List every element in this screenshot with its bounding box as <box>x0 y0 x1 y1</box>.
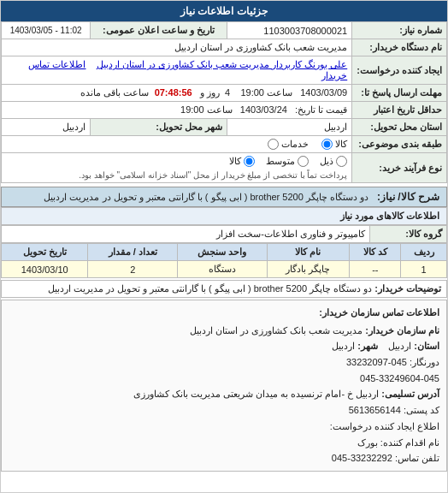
goroh-value: کامپیوتر و فناوری اطلاعات-سخت افزار <box>2 226 370 243</box>
radio-khadamat[interactable]: خدمات <box>268 139 309 150</box>
contact-name-value: مدیریت شعب بانک کشاورزی در استان اردبیل <box>190 325 363 336</box>
hifz-time: 19:00 <box>180 104 204 115</box>
contact-shahr-label: شهر: <box>357 341 378 351</box>
date-label: تاریخ و ساعت اعلان عمومی: <box>91 22 227 39</box>
mohlet-remain: 07:48:56 <box>155 87 192 98</box>
mohlet-value: 1403/03/09 ساعت 19:00 4 روز و 07:48:56 س… <box>2 85 352 102</box>
date-value: 1403/03/05 - 11:02 <box>2 22 91 39</box>
mohlet-time: 19:00 <box>240 87 264 98</box>
contact-tel2: 045-33249604-045 <box>9 371 439 387</box>
sharh-kala-section: شرح کالا/ نیاز: دو دستگاه چاپگر brother … <box>1 187 447 207</box>
goroh-label: گروه کالا: <box>370 226 447 243</box>
cell-tedad: 2 <box>88 261 178 278</box>
contact-title: اطلاعات تماس سازمان خریدار: <box>9 305 439 321</box>
contact-adres: آدرس تسلیمی: اردبیل خ -امام ترنسیده به م… <box>9 386 439 402</box>
radio-mitanasot[interactable]: متوسط <box>266 156 309 167</box>
contact-amel-value: نام اقدام کننده: بورک <box>9 435 439 451</box>
contact-adres-value: اردبیل خ -امام ترنسیده به میدان شریعتی م… <box>133 389 379 399</box>
nav-kharid-label: نوع فرآیند خرید: <box>352 153 447 183</box>
radio-zel-label: ذیل <box>320 156 333 167</box>
contact-ostan-label: استان: <box>414 341 439 351</box>
tozih-label: توضیحات خریدار: <box>374 283 441 294</box>
radio-kala-nav-label: کالا <box>229 156 241 167</box>
radio-mitanasot-input[interactable] <box>298 156 309 167</box>
shmare-niyaz-label: شماره نیاز: <box>352 22 447 39</box>
page-title: جزئیات اطلاعات نیاز <box>1 1 447 21</box>
col-radif: ردیف <box>401 244 447 261</box>
contact-adres-label: آدرس تسلیمی: <box>381 389 439 399</box>
radio-kala-input[interactable] <box>321 139 333 150</box>
tabaghe-value: کالا خدمات <box>2 136 352 153</box>
contact-ostan: استان: اردبیل شهر: اردبیل <box>9 338 439 354</box>
radio-kala-label: کالا <box>335 139 347 150</box>
items-table: ردیف کد کالا نام کالا واحد سنجش تعداد / … <box>1 243 447 278</box>
col-tedad: تعداد / مقدار <box>88 244 178 261</box>
table-row: 1 -- چاپگر بادگار دستگاه 2 1403/03/10 <box>2 261 447 278</box>
hifz-time-label: ساعت <box>207 104 233 115</box>
contact-mobile: تلفن تماس: 33232292-045 <box>9 450 439 466</box>
cell-kod: -- <box>350 261 401 278</box>
tabaghe-label: طبقه بندی موضوعی: <box>352 136 447 153</box>
col-nam: نام کالا <box>267 244 350 261</box>
hifz-value: قیمت تا تاریخ: 1403/03/24 ساعت 19:00 <box>2 102 352 119</box>
shahr-label: شهر محل تحویل: <box>91 119 227 136</box>
goroh-table: گروه کالا: کامپیوتر و فناوری اطلاعات-سخت… <box>1 225 447 243</box>
ijad-link[interactable]: علی یورنگ کاربردار مدیریت شعب بانک کشاور… <box>97 59 348 69</box>
mohlet-day: 4 <box>225 87 230 98</box>
hifz-sub: قیمت تا تاریخ: <box>295 104 347 115</box>
contact-box: اطلاعات تماس سازمان خریدار: نام سازمان خ… <box>1 300 447 472</box>
mohlet-date: 1403/03/09 <box>300 87 347 98</box>
radio-kala[interactable]: کالا <box>321 139 347 150</box>
cell-vahed: دستگاه <box>178 261 267 278</box>
col-vahed: واحد سنجش <box>178 244 267 261</box>
ostan-value: اردبیل <box>227 119 351 136</box>
radio-mitanasot-label: متوسط <box>266 156 295 167</box>
contact-name: نام سازمان خریدار: مدیریت شعب بانک کشاور… <box>9 323 439 339</box>
col-tarikh: تاریخ تحویل <box>2 244 88 261</box>
hifz-label: حداقل تاریخ اعتبار <box>352 102 447 119</box>
contact-amel: اطلاع ایجاد کننده درخواست: <box>9 419 439 435</box>
ostan-label: استان محل تحویل: <box>352 119 447 136</box>
tozih-value: دو دستگاه چاپگر brother 5200 ( ابی پیگو … <box>48 283 373 294</box>
hifz-date: 1403/03/24 <box>240 104 287 115</box>
atelaat-section: اطلاعات کالاهای مورد نیاز <box>1 207 447 225</box>
shahr-value: اردبیل <box>2 119 91 136</box>
mohlet-day-label: روز و <box>200 87 220 98</box>
cell-nam: چاپگر بادگار <box>267 261 350 278</box>
contact-ostan-value: اردبیل <box>388 341 411 351</box>
tozih-box: توضیحات خریدار: دو دستگاه چاپگر brother … <box>1 280 447 298</box>
nav-kharid-note: پرداخت تماً با تنخصی از مبلغ خریدار از م… <box>6 170 347 180</box>
buyer-label: نام دستگاه خریدار: <box>352 39 447 56</box>
contact-shahr-value: اردبیل <box>332 341 355 351</box>
radio-khadamat-label: خدمات <box>281 139 309 150</box>
ijad-value[interactable]: علی یورنگ کاربردار مدیریت شعب بانک کشاور… <box>2 56 352 85</box>
radio-khadamat-input[interactable] <box>268 139 279 150</box>
contact-tel: دورنگار: 045-33232097 <box>9 354 439 371</box>
mohlet-suffix: ساعت باقی مانده <box>80 87 149 98</box>
radio-kala-nav[interactable]: کالا <box>229 156 255 167</box>
mohlet-label: مهلت ارسال پاسخ تا: <box>352 85 447 102</box>
radio-zel-input[interactable] <box>336 156 347 167</box>
col-kod: کد کالا <box>350 244 401 261</box>
ijad-label: ایجاد کننده درخواست: <box>352 56 447 85</box>
radio-kala-nav-input[interactable] <box>244 156 255 167</box>
nav-kharid-value: ذیل متوسط کالا پرداخت تماً با تنخصی از م… <box>2 153 352 183</box>
sharh-kala-label: شرح کالا/ نیاز: <box>377 191 439 203</box>
contact-name-label: نام سازمان خریدار: <box>365 325 439 336</box>
radio-zel[interactable]: ذیل <box>320 156 347 167</box>
cell-tarikh: 1403/03/10 <box>2 261 88 278</box>
sharh-kala-value: دو دستگاه چاپگر brother 5200 ( ابی پیگو … <box>44 192 368 202</box>
contact-code-posti: کد پستی: 5613656144 <box>9 402 439 419</box>
mohlet-time-label: ساعت <box>267 87 292 98</box>
info-table: شماره نیاز: 1103003708000021 تاریخ و ساع… <box>1 21 447 183</box>
shmare-niyaz-value: 1103003708000021 <box>227 22 351 39</box>
cell-radif: 1 <box>401 261 447 278</box>
buyer-value: مدیریت شعب بانک کشاورزی در استان اردبیل <box>2 39 352 56</box>
